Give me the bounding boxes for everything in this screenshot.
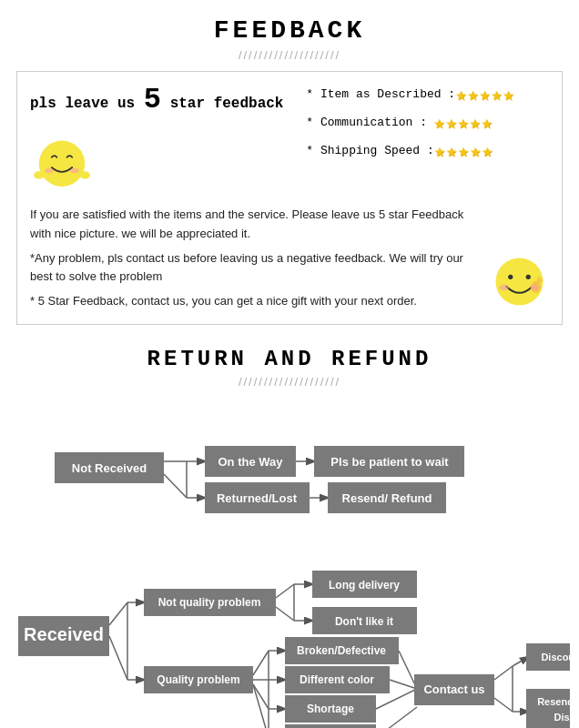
svg-point-1 — [45, 168, 54, 174]
svg-text:Returned/Lost: Returned/Lost — [217, 491, 298, 505]
svg-text:Not quality problem: Not quality problem — [158, 596, 261, 609]
svg-point-4 — [80, 171, 90, 178]
svg-line-38 — [276, 584, 294, 598]
refund-title: RETURN AND REFUND — [0, 338, 579, 375]
svg-point-0 — [39, 141, 85, 187]
feedback-box: pls leave us 5 star feedback — [16, 71, 563, 325]
svg-line-16 — [164, 474, 187, 498]
feedback-row-communication: * Communication : ★★★★★ — [306, 111, 549, 134]
feedback-tagline: pls leave us 5 star feedback — [30, 83, 297, 116]
svg-text:Not Received: Not Received — [72, 461, 147, 475]
feedback-body-line2: *Any problem, pls contact us before leav… — [30, 249, 481, 288]
svg-text:Different color: Different color — [300, 673, 374, 686]
feedback-row-item-described: * Item as Described : ★★★★★ — [306, 83, 549, 106]
feedback-row-shipping: * Shipping Speed : ★★★★★ — [306, 139, 549, 162]
svg-text:Resend/Refund/: Resend/Refund/ — [537, 696, 570, 707]
svg-line-33 — [109, 636, 127, 680]
svg-line-32 — [109, 602, 127, 625]
svg-text:Discount: Discount — [554, 712, 570, 723]
svg-text:Contact us: Contact us — [423, 682, 484, 696]
svg-point-11 — [499, 285, 508, 291]
svg-text:Discount/Gifts: Discount/Gifts — [541, 652, 570, 662]
svg-text:Resend/ Refund: Resend/ Refund — [342, 491, 432, 505]
svg-line-70 — [376, 707, 417, 728]
svg-point-6 — [508, 275, 513, 279]
svg-line-76 — [513, 657, 528, 666]
svg-line-39 — [276, 607, 294, 621]
smiley-face-bottom — [490, 252, 549, 311]
svg-text:Broken/Defective: Broken/Defective — [297, 644, 386, 657]
feedback-body-line3: * 5 Star Feedback, contact us, you can g… — [30, 292, 481, 311]
svg-point-3 — [34, 171, 44, 178]
svg-text:Pls be patient to wait: Pls be patient to wait — [330, 455, 449, 469]
svg-rect-65 — [285, 724, 376, 728]
svg-line-50 — [253, 651, 269, 675]
svg-text:Long delivery: Long delivery — [329, 579, 400, 592]
feedback-title: FEEDBACK — [0, 0, 579, 48]
feedback-divider: //////////////////// — [0, 48, 579, 62]
feedback-body-line1: If you are satisfied with the items and … — [30, 206, 481, 244]
svg-text:On the Way: On the Way — [218, 455, 283, 469]
svg-line-52 — [253, 684, 269, 709]
svg-point-7 — [526, 275, 531, 279]
svg-line-73 — [494, 666, 513, 680]
svg-line-74 — [494, 698, 513, 712]
svg-point-2 — [70, 168, 79, 174]
svg-text:Don't like it: Don't like it — [335, 615, 393, 628]
svg-text:Shortage: Shortage — [307, 703, 354, 715]
svg-text:Quality problem: Quality problem — [157, 673, 239, 686]
smiley-face-top — [30, 129, 94, 193]
svg-text:Received: Received — [24, 624, 104, 644]
svg-point-12 — [530, 285, 539, 291]
flow-diagram: Not Received On the Way Pls be patient t… — [0, 398, 579, 728]
refund-divider: //////////////////// — [0, 375, 579, 389]
